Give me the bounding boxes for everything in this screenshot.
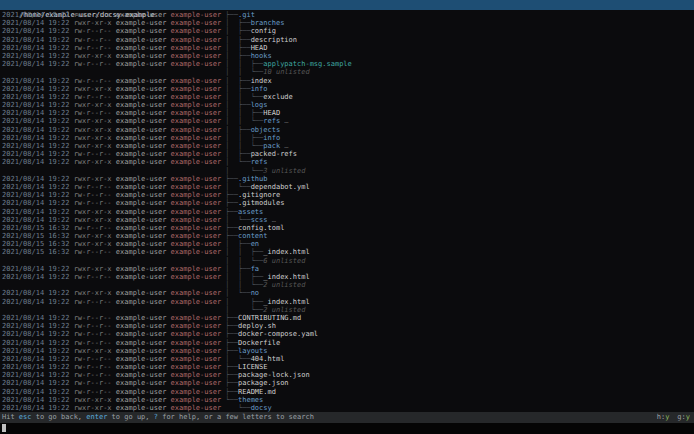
tree-row[interactable]: 2021/08/14 19:22rw-r--r--example-userexa… xyxy=(2,371,694,379)
tree-row[interactable]: 2021/08/14 19:22rw-r--r--example-userexa… xyxy=(2,27,694,35)
row-owner: example-user xyxy=(116,158,171,166)
row-modified-date: 2021/08/14 19:22 xyxy=(2,347,74,355)
tree-row[interactable]: 2021/08/14 19:22rw-r--r--example-userexa… xyxy=(2,314,694,322)
tree-row[interactable]: │ └──2 unlisted xyxy=(2,306,694,314)
tree-row[interactable]: 2021/08/14 19:22rw-r--r--example-userexa… xyxy=(2,199,694,207)
tree-row[interactable]: 2021/08/14 19:22rw-r--r--example-userexa… xyxy=(2,379,694,387)
row-permissions: rwxr-xr-x xyxy=(74,85,116,93)
directory-name: logs xyxy=(251,101,268,109)
tree-row[interactable]: 2021/08/14 19:22rwxr-xr-xexample-userexa… xyxy=(2,216,694,224)
row-permissions: rwxr-xr-x xyxy=(74,134,116,142)
tree-row[interactable]: 2021/08/14 19:22rw-r--r--example-userexa… xyxy=(2,339,694,347)
tree-row[interactable]: 2021/08/14 19:22rw-r--r--example-userexa… xyxy=(2,191,694,199)
tree-branch-glyph: ├── xyxy=(225,347,238,355)
tree-row[interactable]: 2021/08/14 19:22rwxr-xr-xexample-userexa… xyxy=(2,158,694,166)
tree-row[interactable]: 2021/08/14 19:22rwxr-xr-xexample-userexa… xyxy=(2,175,694,183)
tree-row[interactable]: │ │ └──10 unlisted xyxy=(2,68,694,76)
row-group: example-user xyxy=(171,396,226,404)
row-permissions: rw-r--r-- xyxy=(74,339,116,347)
row-owner: example-user xyxy=(116,232,171,240)
row-modified-date: 2021/08/14 19:22 xyxy=(2,355,74,363)
tree-row[interactable]: 2021/08/14 19:22rwxr-xr-xexample-userexa… xyxy=(2,265,694,273)
tree-row[interactable]: 2021/08/14 19:22rwxr-xr-xexample-userexa… xyxy=(2,404,694,412)
row-group: example-user xyxy=(171,77,226,85)
tree-row[interactable]: 2021/08/15 16:32rwxr-xr-xexample-userexa… xyxy=(2,232,694,240)
tree-row[interactable]: 2021/08/14 19:22rwxr-xr-xexample-userexa… xyxy=(2,396,694,404)
row-group: example-user xyxy=(171,314,226,322)
tree-branch-glyph: ├── xyxy=(225,11,238,19)
row-group: example-user xyxy=(171,404,226,412)
command-input-line[interactable] xyxy=(0,423,694,434)
row-modified-date: 2021/08/14 19:22 xyxy=(2,191,74,199)
tree-row[interactable]: 2021/08/14 19:22rwxr-xr-xexample-userexa… xyxy=(2,208,694,216)
row-group: example-user xyxy=(171,240,226,248)
tree-row[interactable]: 2021/08/14 19:22rwxr-xr-xexample-userexa… xyxy=(2,117,694,125)
tree-row[interactable]: 2021/08/14 19:22rwxr-xr-xexample-userexa… xyxy=(2,19,694,27)
tree-row[interactable]: 2021/08/14 19:22rwxr-xr-xexample-userexa… xyxy=(2,52,694,60)
tree-row[interactable]: 2021/08/14 19:22rw-r--r--example-userexa… xyxy=(2,355,694,363)
row-modified-date: 2021/08/14 19:22 xyxy=(2,134,74,142)
row-modified-date: 2021/08/14 19:22 xyxy=(2,379,74,387)
tree-row[interactable]: 2021/08/14 19:22rw-r--r--example-userexa… xyxy=(2,298,694,306)
tree-row[interactable]: 2021/08/14 19:22rw-r--r--example-userexa… xyxy=(2,388,694,396)
tree-row[interactable]: 2021/08/14 19:22rw-r--r--example-userexa… xyxy=(2,330,694,338)
row-permissions: rwxr-xr-x xyxy=(74,101,116,109)
directory-name: hooks xyxy=(251,52,272,60)
tree-row[interactable]: │ └──3 unlisted xyxy=(2,167,694,175)
tree-branch-glyph: │ │ └── xyxy=(225,68,263,76)
row-modified-date: 2021/08/14 19:22 xyxy=(2,208,74,216)
row-owner: example-user xyxy=(116,126,171,134)
row-owner: example-user xyxy=(116,355,171,363)
tree-row[interactable]: │ │ └──6 unlisted xyxy=(2,257,694,265)
row-modified-date: 2021/08/14 19:22 xyxy=(2,158,74,166)
tree-row[interactable]: 2021/08/14 19:22rwxr-xr-xexample-userexa… xyxy=(2,289,694,297)
tree-row[interactable]: 2021/08/14 19:22rw-r--r--example-userexa… xyxy=(2,60,694,68)
tree-row[interactable]: 2021/08/14 19:22rw-r--r--example-userexa… xyxy=(2,273,694,281)
tree-branch-glyph: ├── xyxy=(225,175,238,183)
tree-row[interactable]: │ │ └──2 unlisted xyxy=(2,281,694,289)
row-owner: example-user xyxy=(116,371,171,379)
row-modified-date: 2021/08/14 19:22 xyxy=(2,93,74,101)
tree-row[interactable]: 2021/08/14 19:22rwxr-xr-xexample-userexa… xyxy=(2,11,694,19)
tree-row[interactable]: 2021/08/14 19:22rw-r--r--example-userexa… xyxy=(2,150,694,158)
row-permissions: rw-r--r-- xyxy=(74,314,116,322)
file-name: dependabot.yml xyxy=(251,183,310,191)
tree-row[interactable]: 2021/08/14 19:22rw-r--r--example-userexa… xyxy=(2,77,694,85)
row-modified-date: 2021/08/14 19:22 xyxy=(2,117,74,125)
row-permissions: rw-r--r-- xyxy=(74,191,116,199)
tree-branch-glyph: └── xyxy=(225,396,238,404)
file-tree: 2021/08/14 19:22rwxr-xr-xexample-userexa… xyxy=(0,10,694,412)
tree-row[interactable]: 2021/08/14 19:22rw-r--r--example-userexa… xyxy=(2,322,694,330)
file-name: config.toml xyxy=(238,224,284,232)
tree-row[interactable]: 2021/08/14 19:22rw-r--r--example-userexa… xyxy=(2,36,694,44)
row-permissions: rwxr-xr-x xyxy=(74,175,116,183)
tree-row[interactable]: 2021/08/14 19:22rwxr-xr-xexample-userexa… xyxy=(2,85,694,93)
tree-row[interactable]: 2021/08/15 16:32rw-r--r--example-userexa… xyxy=(2,248,694,256)
tree-row[interactable]: 2021/08/15 16:32rw-r--r--example-userexa… xyxy=(2,224,694,232)
text-cursor xyxy=(2,424,6,432)
row-owner: example-user xyxy=(116,208,171,216)
file-name: config xyxy=(251,27,276,35)
tree-row[interactable]: 2021/08/14 19:22rw-r--r--example-userexa… xyxy=(2,109,694,117)
row-owner: example-user xyxy=(116,363,171,371)
tree-row[interactable]: 2021/08/15 16:32rwxr-xr-xexample-userexa… xyxy=(2,240,694,248)
tree-row[interactable]: 2021/08/14 19:22rwxr-xr-xexample-userexa… xyxy=(2,101,694,109)
tree-row[interactable]: 2021/08/14 19:22rwxr-xr-xexample-userexa… xyxy=(2,347,694,355)
row-group: example-user xyxy=(171,339,226,347)
tree-row[interactable]: 2021/08/14 19:22rw-r--r--example-userexa… xyxy=(2,363,694,371)
tree-row[interactable]: 2021/08/14 19:22rwxr-xr-xexample-userexa… xyxy=(2,126,694,134)
tree-branch-glyph: │ ├── xyxy=(225,85,250,93)
tree-row[interactable]: 2021/08/14 19:22rwxr-xr-xexample-userexa… xyxy=(2,134,694,142)
row-group: example-user xyxy=(171,183,226,191)
row-owner: example-user xyxy=(116,60,171,68)
row-group: example-user xyxy=(171,248,226,256)
tree-row[interactable]: 2021/08/14 19:22rw-r--r--example-userexa… xyxy=(2,44,694,52)
tree-row[interactable]: 2021/08/14 19:22rwxr-xr-xexample-userexa… xyxy=(2,142,694,150)
row-owner: example-user xyxy=(116,134,171,142)
row-group: example-user xyxy=(171,379,226,387)
tree-row[interactable]: 2021/08/14 19:22rw-r--r--example-userexa… xyxy=(2,93,694,101)
row-group: example-user xyxy=(171,199,226,207)
toggle-label: h: xyxy=(657,413,665,421)
tree-row[interactable]: 2021/08/14 19:22rw-r--r--example-userexa… xyxy=(2,183,694,191)
terminal-window: /home/example-user/docsy-example 2021/08… xyxy=(0,0,694,434)
